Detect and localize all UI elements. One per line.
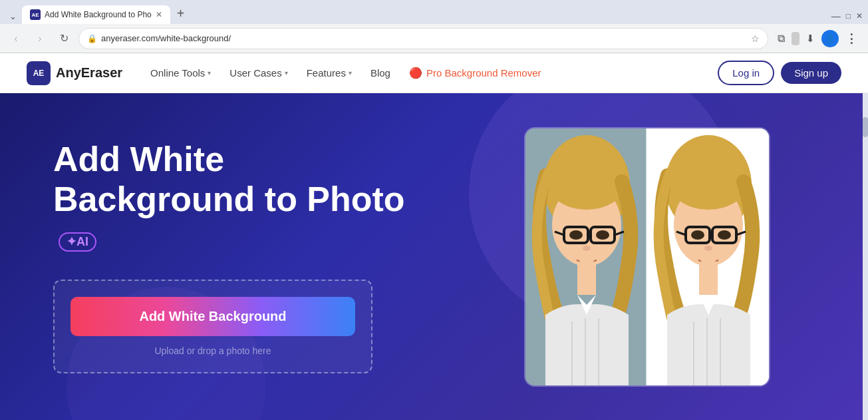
nav-online-tools[interactable]: Online Tools ▾ — [142, 62, 219, 84]
window-maximize-button[interactable]: □ — [846, 11, 851, 21]
svg-point-10 — [596, 230, 609, 240]
scrollbar[interactable] — [863, 93, 868, 420]
scrollbar-thumb[interactable] — [863, 117, 868, 137]
upload-button[interactable]: Add White Background — [71, 297, 355, 336]
window-minimize-button[interactable]: — — [831, 11, 841, 21]
svg-point-19 — [670, 156, 747, 210]
svg-point-3 — [548, 156, 625, 210]
nav-links: Online Tools ▾ User Cases ▾ Features ▾ B… — [142, 61, 718, 85]
tab-close-button[interactable]: ✕ — [156, 10, 162, 19]
nav-actions: Log in Sign up — [718, 61, 841, 85]
upload-hint: Upload or drop a photo here — [71, 345, 355, 356]
before-side — [525, 128, 647, 385]
pro-remover-label: Pro Background Remover — [426, 67, 541, 79]
online-tools-label: Online Tools — [150, 67, 205, 79]
bookmark-icon[interactable]: ☆ — [751, 33, 760, 44]
features-chevron: ▾ — [349, 69, 352, 77]
nav-pro-remover[interactable]: 🔴 Pro Background Remover — [401, 61, 549, 85]
hero-image-area — [426, 127, 841, 387]
svg-rect-28 — [699, 262, 718, 295]
tab-favicon: AE — [30, 9, 41, 20]
menu-icon[interactable]: ⋮ — [841, 29, 861, 49]
after-woman-svg — [647, 128, 769, 385]
online-tools-chevron: ▾ — [208, 69, 211, 77]
hero-title-line2: Background to Photo — [53, 180, 405, 218]
tab-title: Add White Background to Pho — [45, 10, 152, 19]
logo-link[interactable]: AE AnyEraser — [27, 61, 122, 85]
tab-bar: ⌄ AE Add White Background to Pho ✕ + — □… — [0, 0, 868, 24]
logo-icon: AE — [27, 61, 51, 85]
hero-content: Add White Background to Photo ✦AI Add Wh… — [53, 140, 426, 373]
svg-point-11 — [583, 246, 591, 251]
nav-user-cases[interactable]: User Cases ▾ — [221, 62, 295, 84]
forward-button[interactable]: › — [31, 29, 49, 48]
user-cases-chevron: ▾ — [285, 69, 288, 77]
ai-badge-text: ✦AI — [67, 235, 88, 249]
upload-area[interactable]: Add White Background Upload or drop a ph… — [53, 280, 372, 373]
user-cases-label: User Cases — [229, 67, 281, 79]
brand-name: AnyEraser — [56, 65, 122, 81]
svg-rect-12 — [577, 262, 596, 295]
hero-title: Add White Background to Photo ✦AI — [53, 140, 426, 259]
svg-point-9 — [569, 230, 583, 240]
download-icon[interactable]: ⬇ — [802, 30, 819, 47]
nav-features[interactable]: Features ▾ — [299, 62, 360, 84]
svg-point-26 — [718, 230, 731, 240]
before-after-image — [524, 127, 770, 387]
site-nav: AE AnyEraser Online Tools ▾ User Cases ▾… — [0, 53, 868, 93]
svg-point-25 — [691, 230, 704, 240]
new-tab-button[interactable]: + — [170, 6, 192, 24]
url-text: anyeraser.com/white-background/ — [101, 33, 747, 43]
separator — [792, 32, 799, 45]
before-woman-svg — [525, 128, 647, 385]
security-icon: 🔒 — [87, 34, 97, 43]
ai-badge: ✦AI — [59, 232, 96, 252]
svg-point-27 — [704, 246, 712, 251]
hero-section: Add White Background to Photo ✦AI Add Wh… — [0, 93, 868, 420]
active-tab[interactable]: AE Add White Background to Pho ✕ — [22, 5, 170, 24]
signup-button[interactable]: Sign up — [781, 62, 841, 84]
toolbar-actions: ⧉ ⬇ 👤 ⋮ — [774, 29, 861, 49]
extensions-icon[interactable]: ⧉ — [774, 30, 789, 47]
browser-chrome: ⌄ AE Add White Background to Pho ✕ + — □… — [0, 0, 868, 53]
hero-title-line1: Add White — [53, 140, 224, 178]
before-after-divider — [646, 128, 648, 385]
website-content: AE AnyEraser Online Tools ▾ User Cases ▾… — [0, 53, 868, 420]
profile-button[interactable]: 👤 — [821, 30, 839, 47]
pro-remover-icon: 🔴 — [409, 67, 422, 79]
address-bar[interactable]: 🔒 anyeraser.com/white-background/ ☆ — [78, 28, 768, 49]
window-close-button[interactable]: ✕ — [856, 11, 863, 21]
nav-blog[interactable]: Blog — [362, 62, 398, 84]
features-label: Features — [307, 67, 346, 79]
tab-list-button[interactable]: ⌄ — [7, 11, 22, 24]
back-button[interactable]: ‹ — [7, 29, 25, 48]
login-button[interactable]: Log in — [718, 61, 774, 85]
refresh-button[interactable]: ↻ — [55, 29, 73, 48]
after-side — [647, 128, 769, 385]
browser-toolbar: ‹ › ↻ 🔒 anyeraser.com/white-background/ … — [0, 24, 868, 53]
